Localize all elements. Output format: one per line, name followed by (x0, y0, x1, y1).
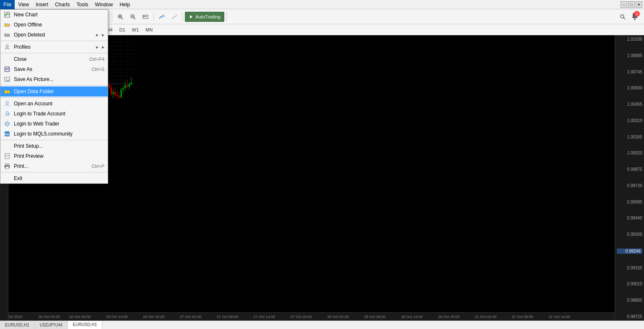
tf-mn[interactable]: MN (143, 27, 155, 33)
svg-text:MQL: MQL (4, 133, 10, 136)
time-oct27-02: 27 Oct 02:00 (180, 315, 202, 319)
price-0.98725: 0.98725 (617, 314, 642, 319)
login-trade-icon (4, 110, 10, 117)
time-oct28-02: 28 Oct 02:00 (327, 315, 349, 319)
login-web-label: Login to Web Trader (14, 121, 104, 127)
menu-close[interactable]: Close Ctrl+F4 (0, 54, 108, 64)
menu-charts[interactable]: Charts (52, 0, 73, 9)
menu-window[interactable]: Window (92, 0, 117, 9)
menu-tools[interactable]: Tools (73, 0, 92, 9)
restore-button[interactable]: □ (628, 1, 635, 8)
menu-sep-1 (0, 41, 108, 41)
menu-sep-5 (0, 140, 108, 140)
save-picture-icon (4, 76, 10, 83)
open-deleted-icon (4, 31, 10, 38)
price-0.99155: 0.99155 (617, 266, 642, 270)
menu-login-trade[interactable]: Login to Trade Account (0, 109, 108, 119)
svg-line-27 (623, 18, 625, 19)
account-icon (4, 100, 10, 107)
menu-open-account[interactable]: Open an Account (0, 99, 108, 109)
data-folder-icon (4, 88, 10, 95)
login-mql5-label: Login to MQL5.community (14, 131, 104, 137)
time-oct28-08: 28 Oct 08:00 (364, 315, 386, 319)
price-0.99875: 0.99875 (617, 167, 642, 172)
price-axis: 1.01030 1.00885 1.00745 1.00600 1.00455 … (615, 35, 644, 321)
search-button[interactable] (616, 11, 629, 23)
menu-login-mql5[interactable]: MQL Login to MQL5.community (0, 129, 108, 139)
toolbar-separator-6 (226, 12, 227, 21)
menu-exit[interactable]: Exit (0, 173, 108, 183)
file-menu-active[interactable]: File (0, 0, 15, 9)
svg-line-20 (134, 18, 135, 19)
price-0.99300: 0.99300 (617, 232, 642, 237)
menu-print-setup[interactable]: Print Setup... (0, 141, 108, 151)
toolbar-separator-4 (153, 12, 154, 21)
svg-rect-51 (8, 166, 9, 166)
time-oct31-14: 31 Oct 14:00 (548, 315, 570, 319)
open-offline-label: Open Offline (14, 22, 104, 28)
menu-open-offline[interactable]: Open Offline (0, 20, 108, 30)
print-shortcut: Ctrl+P (91, 164, 104, 169)
menu-sep-4 (0, 97, 108, 98)
objects-button[interactable] (169, 11, 180, 23)
print-preview-label: Print Preview (14, 153, 104, 159)
new-chart-label: New Chart (14, 12, 104, 18)
svg-rect-47 (5, 157, 8, 157)
time-axis: 25 Oct 2022 26 Oct 02:00 26 Oct 08:00 26… (0, 312, 615, 321)
price-1.00745: 1.00745 (617, 70, 642, 74)
svg-point-26 (621, 15, 624, 18)
svg-rect-46 (5, 156, 9, 156)
price-1.00455: 1.00455 (617, 102, 642, 107)
menu-print[interactable]: Print... Ctrl+P (0, 161, 108, 171)
profiles-arrow: ▶ (96, 45, 99, 49)
indicators-button[interactable] (156, 11, 168, 23)
chart-scroll-button[interactable] (140, 11, 151, 23)
file-dropdown-panel: New Chart Open Offline Open Deleted ▶ (0, 9, 108, 184)
menu-login-web[interactable]: Login to Web Trader (0, 119, 108, 129)
svg-point-30 (6, 45, 8, 47)
menu-print-preview[interactable]: Print Preview (0, 151, 108, 161)
svg-point-28 (634, 18, 636, 20)
svg-point-36 (7, 91, 8, 93)
zoom-out-button[interactable] (127, 11, 139, 23)
price-1.00165: 1.00165 (617, 135, 642, 139)
time-oct31-08: 31 Oct 08:00 (512, 315, 533, 319)
menu-insert[interactable]: Insert (32, 0, 52, 9)
minimize-button[interactable]: – (621, 1, 627, 8)
menu-help[interactable]: Help (116, 0, 133, 9)
menu-new-chart[interactable]: New Chart (0, 10, 108, 20)
price-0.99010: 0.99010 (617, 282, 642, 286)
time-oct26-02: 26 Oct 02:00 (38, 315, 60, 319)
time-oct26-20: 26 Oct 20:00 (143, 315, 165, 319)
tf-w1[interactable]: W1 (130, 27, 142, 33)
time-oct27-14: 27 Oct 14:00 (254, 315, 275, 319)
chart-tabs: EURUSD,H1 USDJPY,H4 EURUSD,H1 (0, 321, 644, 329)
toolbar-separator-3 (112, 12, 112, 21)
tab-eurusd-h1-1[interactable]: EURUSD,H1 (0, 321, 35, 329)
close-file-icon (4, 56, 10, 63)
menu-save-as[interactable]: Save As Ctrl+S (0, 64, 108, 74)
time-oct27-08: 27 Oct 08:00 (217, 315, 239, 319)
time-oct26-14: 26 Oct 14:00 (106, 315, 128, 319)
menu-sep-2 (0, 53, 108, 53)
zoom-in-button[interactable] (114, 11, 126, 23)
notification-area[interactable]: 1 (631, 12, 639, 21)
menu-open-data-folder[interactable]: Open Data Folder (0, 86, 108, 97)
print-icon (4, 163, 10, 170)
close-button[interactable]: ✕ (636, 1, 642, 8)
menu-save-picture[interactable]: Save As Picture... (0, 74, 108, 84)
tf-d1[interactable]: D1 (117, 27, 128, 33)
menu-view[interactable]: View (15, 0, 32, 9)
menu-profiles[interactable]: Profiles ▶ (0, 42, 108, 52)
tab-usdjpy-h4[interactable]: USDJPY,H4 (35, 321, 68, 329)
tab-eurusd-h1-2[interactable]: EURUSD,H1 (68, 321, 103, 329)
autotrading-button[interactable]: AutoTrading (185, 12, 224, 22)
svg-line-24 (172, 15, 177, 19)
print-label: Print... (14, 163, 88, 169)
price-1.00020: 1.00020 (617, 151, 642, 155)
time-oct26-08: 26 Oct 08:00 (69, 315, 91, 319)
price-0.99585: 0.99585 (617, 200, 642, 204)
menu-open-deleted[interactable]: Open Deleted ▶ (0, 30, 108, 40)
menubar: File View Insert Charts Tools Window Hel… (0, 0, 644, 9)
new-chart-icon (4, 11, 10, 18)
